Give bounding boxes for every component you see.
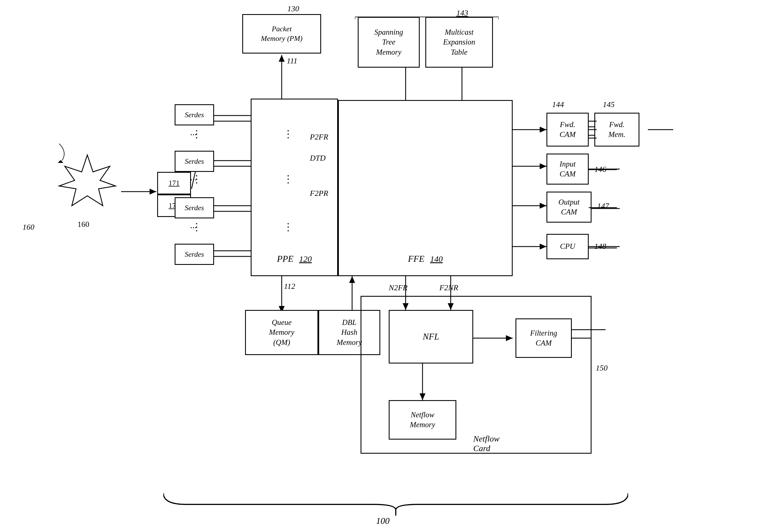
- queue-memory: Queue Memory (QM): [245, 310, 318, 355]
- ppe-dots-2: ⋮: [283, 173, 293, 185]
- f2nr-label: F2NR: [440, 283, 458, 292]
- serdes-3: Serdes: [175, 197, 214, 218]
- ref-130: 130: [287, 4, 299, 13]
- brace-100: [163, 487, 628, 516]
- dots-2: ⋮: [191, 173, 202, 185]
- ppe-box: PPE 120: [251, 99, 338, 276]
- ppe-dots-3: ⋮: [283, 221, 293, 233]
- dtd-label: DTD: [310, 154, 326, 163]
- multicast-expansion: Multicast Expansion Table: [425, 17, 493, 68]
- ffe-ref: 140: [430, 254, 443, 263]
- box-171: 171: [157, 172, 191, 195]
- ppe-ref: 120: [299, 254, 312, 263]
- cpu-box: CPU: [546, 234, 589, 259]
- ref-160-label: 160: [22, 223, 34, 232]
- packet-memory: Packet Memory (PM): [242, 14, 321, 54]
- input-cam: Input CAM: [546, 154, 589, 184]
- dots-3: ⋮: [191, 221, 202, 233]
- ffe-box: FFE 140: [338, 100, 513, 276]
- cam-tails: [589, 154, 634, 266]
- filtering-tail: [572, 318, 608, 341]
- ppe-dots-1: ⋮: [283, 128, 293, 140]
- serdes-2: Serdes: [175, 151, 214, 172]
- n2fr-label: N2FR: [389, 283, 408, 292]
- diagram-container: 160 171 172 160 Serdes Serdes Serdes Ser…: [0, 0, 778, 532]
- spanning-tree-memory: Spanning Tree Memory: [358, 17, 420, 68]
- serdes-1: Serdes: [175, 104, 214, 126]
- serdes-4: Serdes: [175, 244, 214, 265]
- fwd-mem: Fwd. Mem.: [594, 113, 639, 147]
- dots-1: ⋮: [191, 128, 202, 140]
- ref-145: 145: [603, 100, 615, 109]
- starburst-arrow: [45, 141, 73, 163]
- ffe-label: FFE: [408, 253, 424, 264]
- fwd-cam: Fwd. CAM: [546, 113, 589, 147]
- p2fr-label: P2FR: [310, 133, 328, 141]
- ppe-label: PPE: [277, 253, 294, 264]
- group-143-bracket: [355, 8, 498, 20]
- ref-160-left: 160: [77, 220, 89, 229]
- ref-100: 100: [376, 516, 390, 526]
- ref-144: 144: [552, 100, 564, 109]
- output-cam: Output CAM: [546, 192, 592, 223]
- netflow-card-label: NetflowCard: [473, 434, 499, 453]
- ref-112: 112: [284, 282, 295, 291]
- fwd-connection: [588, 113, 597, 147]
- ref-111: 111: [287, 56, 298, 65]
- f2pr-label: F2PR: [310, 189, 328, 198]
- netflow-card-border: [361, 296, 592, 454]
- ref-150: 150: [596, 364, 608, 373]
- svg-marker-49: [58, 160, 63, 163]
